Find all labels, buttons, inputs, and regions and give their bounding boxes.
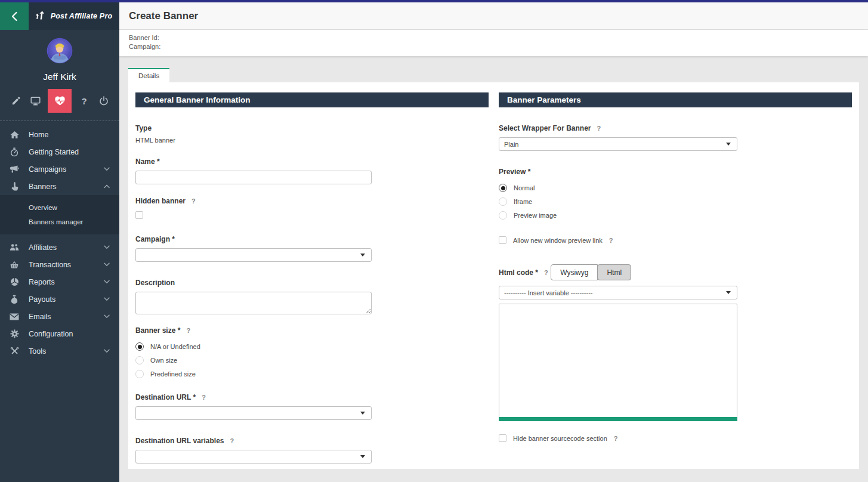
main-area: Create Banner Banner Id: Campaign: Detai…: [119, 2, 868, 482]
sidebar-subitem-banners-manager[interactable]: Banners manager: [0, 215, 119, 229]
editor-mode-toggle: Wysiwyg Html: [551, 264, 631, 280]
campaign-label: Campaign *: [135, 235, 175, 243]
logo-arrows-icon: [36, 11, 47, 21]
divider: [0, 120, 119, 121]
help-icon[interactable]: ?: [614, 435, 618, 442]
help-icon[interactable]: ?: [544, 269, 548, 276]
money-bag-icon: [10, 295, 19, 304]
banner-size-option-own[interactable]: Own size: [135, 356, 489, 364]
chevron-down-icon: [104, 262, 110, 267]
banners-submenu: Overview Banners manager: [0, 195, 119, 234]
destination-url-variables-select[interactable]: [135, 450, 372, 464]
user-profile: Jeff Kirk: [0, 30, 119, 82]
pencil-icon[interactable]: [8, 94, 23, 108]
sidebar-item-home[interactable]: Home: [0, 126, 119, 143]
app-logo[interactable]: Post Affiliate Pro: [29, 2, 119, 30]
radio-checked-icon[interactable]: [135, 342, 144, 351]
allow-new-window-row[interactable]: Allow new window preview link ?: [499, 236, 852, 244]
hide-sourcecode-row[interactable]: Hide banner sourcecode section ?: [499, 434, 852, 442]
stopwatch-icon: [10, 147, 19, 157]
hidden-banner-checkbox[interactable]: [135, 211, 143, 219]
banner-size-label: Banner size *: [135, 326, 180, 335]
tab-bar: Details: [128, 68, 169, 82]
hide-sourcecode-checkbox[interactable]: [499, 434, 506, 442]
wysiwyg-button[interactable]: Wysiwyg: [551, 264, 598, 280]
html-code-textarea[interactable]: [499, 304, 737, 417]
sidebar-item-reports[interactable]: Reports: [0, 273, 119, 291]
sidebar-item-banners[interactable]: Banners: [0, 178, 119, 195]
name-input[interactable]: [135, 171, 372, 184]
help-icon[interactable]: ?: [230, 437, 234, 444]
caret-down-icon: [726, 143, 731, 146]
health-status-button[interactable]: [48, 89, 72, 113]
name-label: Name *: [135, 157, 160, 166]
sidebar-item-emails[interactable]: Emails: [0, 308, 119, 325]
radio-icon[interactable]: [135, 370, 144, 378]
page-title: Create Banner: [129, 10, 198, 22]
chevron-left-icon: [10, 11, 19, 21]
banner-id-label: Banner Id:: [129, 33, 868, 42]
allow-new-window-checkbox[interactable]: [499, 236, 506, 244]
tools-icon: [10, 347, 19, 356]
sidebar-item-configuration[interactable]: Configuration: [0, 325, 119, 342]
caret-down-icon: [726, 291, 731, 294]
caret-down-icon: [360, 412, 365, 415]
sidebar-item-tools[interactable]: Tools: [0, 342, 119, 360]
preview-option-normal[interactable]: Normal: [499, 184, 852, 192]
banners-submenu-wrap: Overview Banners manager: [0, 195, 119, 234]
radio-icon[interactable]: [135, 356, 144, 364]
monitor-icon[interactable]: [28, 94, 42, 108]
radio-icon[interactable]: [499, 211, 507, 220]
banner-size-option-predefined[interactable]: Predefined size: [135, 370, 489, 378]
quick-actions: ?: [0, 84, 119, 118]
banner-campaign-label: Campaign:: [129, 42, 868, 51]
wrapper-select[interactable]: Plain: [499, 137, 737, 151]
banner-parameters-section: Banner Parameters Select Wrapper For Ban…: [499, 92, 852, 482]
help-icon[interactable]: ?: [186, 327, 190, 334]
basket-icon: [10, 260, 19, 270]
radio-icon[interactable]: [499, 197, 507, 206]
editor-status-bar: [499, 417, 737, 421]
help-icon[interactable]: ?: [597, 125, 601, 132]
avatar[interactable]: [47, 38, 73, 64]
megaphone-icon: [10, 165, 19, 174]
html-button[interactable]: Html: [597, 264, 631, 280]
help-icon[interactable]: ?: [609, 237, 613, 244]
page-header: Create Banner: [119, 2, 868, 30]
description-label: Description: [135, 279, 175, 287]
help-icon[interactable]: ?: [191, 197, 196, 205]
sidebar-item-campaigns[interactable]: Campaigns: [0, 160, 119, 178]
preview-label: Preview *: [499, 168, 530, 176]
sidebar-item-affiliates[interactable]: Affiliates: [0, 239, 119, 256]
html-code-label: Html code *: [499, 268, 538, 277]
logo-text: Post Affiliate Pro: [51, 12, 113, 20]
caret-down-icon: [360, 455, 365, 458]
sidebar-item-payouts[interactable]: Payouts: [0, 291, 119, 308]
help-icon[interactable]: ?: [202, 394, 206, 401]
collapse-sidebar-button[interactable]: [0, 2, 29, 30]
destination-url-select[interactable]: [135, 406, 372, 420]
question-icon[interactable]: ?: [77, 94, 91, 108]
users-icon: [10, 243, 19, 252]
sidebar-item-transactions[interactable]: Transactions: [0, 256, 119, 273]
destination-url-variables-label: Destination URL variables: [135, 437, 224, 445]
sidebar-subitem-overview[interactable]: Overview: [0, 200, 119, 215]
form-card: General Banner Information Type HTML ban…: [128, 82, 859, 469]
preview-option-iframe[interactable]: Iframe: [499, 197, 852, 206]
general-section-header: General Banner Information: [135, 92, 489, 107]
insert-variable-select[interactable]: ---------- Insert variable ----------: [499, 286, 737, 299]
top-accent-strip: [0, 0, 868, 2]
sidebar-header: Post Affiliate Pro: [0, 2, 119, 30]
preview-option-preview-image[interactable]: Preview image: [499, 211, 852, 220]
tab-details[interactable]: Details: [128, 68, 169, 82]
campaign-select[interactable]: [135, 248, 372, 262]
envelope-icon: [10, 312, 19, 322]
chevron-down-icon: [104, 314, 110, 319]
type-label: Type: [135, 124, 152, 132]
power-icon[interactable]: [97, 94, 111, 108]
banner-size-option-na[interactable]: N/A or Undefined: [135, 342, 489, 351]
description-textarea[interactable]: [135, 292, 372, 314]
radio-checked-icon[interactable]: [499, 184, 507, 192]
sidebar-item-getting-started[interactable]: Getting Started: [0, 143, 119, 160]
chevron-down-icon: [104, 167, 110, 171]
